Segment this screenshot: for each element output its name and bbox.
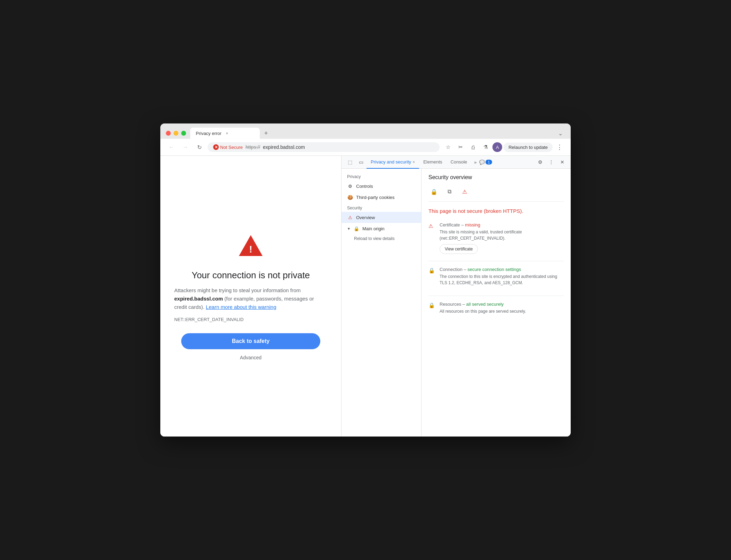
traffic-lights <box>166 131 186 136</box>
more-tabs-button[interactable]: » <box>471 160 479 165</box>
tab-console[interactable]: Console <box>447 156 472 169</box>
print-icon[interactable]: ⎙ <box>467 142 479 153</box>
profile-avatar[interactable]: A <box>492 142 502 152</box>
resources-status: all served securely <box>466 302 504 307</box>
maximize-traffic-light[interactable] <box>181 131 186 136</box>
overview-menu-item[interactable]: ⚠ Overview <box>342 212 421 223</box>
new-tab-button[interactable]: + <box>261 128 271 138</box>
external-link-icon-btn[interactable]: ⧉ <box>444 186 455 197</box>
privacy-section-heading: Privacy <box>342 171 421 181</box>
resources-item: 🔒 Resources – all served securely All re… <box>428 302 564 317</box>
third-party-cookies-menu-item[interactable]: 🍪 Third-party cookies <box>342 192 421 203</box>
certificate-body: Certificate – missing This site is missi… <box>440 222 564 254</box>
close-traffic-light[interactable] <box>166 131 171 136</box>
tab-privacy-security[interactable]: Privacy and security × <box>367 156 419 169</box>
cookies-icon: 🍪 <box>347 194 353 200</box>
toolbar: ← → ↻ ✕ Not Secure https:// expired.bads… <box>160 139 571 156</box>
connection-status: secure connection settings <box>467 267 521 272</box>
error-icon: ! <box>237 232 265 262</box>
resources-title: Resources – all served securely <box>440 302 564 307</box>
warning-icon-btn[interactable]: ⚠ <box>459 186 470 197</box>
divider-1 <box>428 261 564 261</box>
svg-text:!: ! <box>249 244 252 255</box>
connection-description: The connection to this site is encrypted… <box>440 273 564 286</box>
devtools-close-icon[interactable]: ✕ <box>557 157 568 168</box>
devtools-settings-icon[interactable]: ⚙ <box>535 157 546 168</box>
advanced-button[interactable]: Advanced <box>240 355 262 360</box>
main-content: ! Your connection is not private Attacke… <box>160 156 571 437</box>
expand-arrow-icon: ▼ <box>347 227 351 231</box>
security-section-heading: Security <box>342 203 421 212</box>
tab-elements[interactable]: Elements <box>419 156 446 169</box>
browser-window: Privacy error × + ⌄ ← → ↻ ✕ Not Secure h… <box>160 123 571 437</box>
error-page: ! Your connection is not private Attacke… <box>160 156 341 437</box>
divider-2 <box>428 296 564 296</box>
cert-warning-icon: ⚠ <box>428 223 435 230</box>
resources-body: Resources – all served securely All reso… <box>440 302 564 317</box>
error-domain: expired.badssl.com <box>174 296 223 302</box>
devtools-inspect-icon[interactable]: ⬚ <box>344 157 355 168</box>
security-icon-row: 🔒 ⧉ ⚠ <box>428 186 564 202</box>
back-to-safety-button[interactable]: Back to safety <box>181 333 320 349</box>
tab-close-button[interactable]: × <box>224 130 230 136</box>
security-warning-text: This page is not secure (broken HTTPS). <box>428 207 564 215</box>
refresh-button[interactable]: ↻ <box>194 142 205 153</box>
security-overview-title: Security overview <box>428 174 564 181</box>
connection-item: 🔒 Connection – secure connection setting… <box>428 267 564 289</box>
certificate-item: ⚠ Certificate – missing This site is mis… <box>428 222 564 254</box>
comments-tab[interactable]: 💬 1 <box>479 160 492 165</box>
security-overview-panel: Security overview 🔒 ⧉ ⚠ This page is not… <box>421 169 571 437</box>
connection-lock-icon: 🔒 <box>428 267 435 274</box>
reload-details-item: Reload to view details <box>342 234 421 243</box>
flask-icon[interactable]: ⚗ <box>480 142 491 153</box>
url-domain: expired.badssl.com <box>263 144 305 150</box>
error-heading: Your connection is not private <box>192 270 310 281</box>
view-certificate-button[interactable]: View certificate <box>440 244 478 254</box>
not-secure-icon: ✕ <box>213 144 219 150</box>
back-button[interactable]: ← <box>166 142 177 153</box>
forward-button[interactable]: → <box>180 142 191 153</box>
connection-body: Connection – secure connection settings … <box>440 267 564 289</box>
error-desc-1: Attackers might be trying to steal your … <box>174 287 300 293</box>
url-prefix: https:// <box>246 144 260 150</box>
bookmark-icon[interactable]: ☆ <box>442 142 453 153</box>
scissors-icon[interactable]: ✂ <box>455 142 466 153</box>
error-description: Attackers might be trying to steal your … <box>174 286 327 311</box>
origin-lock-icon: 🔒 <box>353 225 360 232</box>
tab-title: Privacy error <box>196 131 222 136</box>
resources-lock-icon: 🔒 <box>428 302 435 309</box>
toolbar-icons: ☆ ✂ ⎙ ⚗ A Relaunch to update ⋮ <box>442 142 565 153</box>
cert-status: missing <box>465 222 480 227</box>
browser-menu-button[interactable]: ⋮ <box>554 142 565 153</box>
lock-icon-btn[interactable]: 🔒 <box>428 186 440 197</box>
address-bar[interactable]: ✕ Not Secure https:// expired.badssl.com <box>208 142 440 152</box>
cert-description: This site is missing a valid, trusted ce… <box>440 229 564 241</box>
connection-title: Connection – secure connection settings <box>440 267 564 272</box>
relaunch-button[interactable]: Relaunch to update <box>504 143 553 152</box>
devtools-mobile-icon[interactable]: ▭ <box>355 157 367 168</box>
not-secure-label: Not Secure <box>220 145 243 150</box>
not-secure-badge: ✕ Not Secure <box>213 144 243 150</box>
controls-menu-item[interactable]: ⚙ Controls <box>342 181 421 192</box>
overview-warning-icon: ⚠ <box>347 214 353 221</box>
warning-triangle-icon: ! <box>237 232 265 260</box>
devtools-tabs: ⬚ ▭ Privacy and security × Elements Cons… <box>342 156 571 169</box>
learn-more-link[interactable]: Learn more about this warning <box>206 304 276 310</box>
main-origin-menu-item[interactable]: ▼ 🔒 Main origin <box>342 223 421 234</box>
tab-bar: Privacy error × + ⌄ <box>190 128 565 139</box>
devtools-sidebar: Privacy ⚙ Controls 🍪 Third-party cookies… <box>342 169 421 437</box>
resources-description: All resources on this page are served se… <box>440 308 564 314</box>
title-bar: Privacy error × + ⌄ <box>160 123 571 139</box>
certificate-title: Certificate – missing <box>440 222 564 227</box>
devtools-more-icon[interactable]: ⋮ <box>546 157 557 168</box>
controls-icon: ⚙ <box>347 183 353 189</box>
devtools-body: Privacy ⚙ Controls 🍪 Third-party cookies… <box>342 169 571 437</box>
minimize-traffic-light[interactable] <box>174 131 178 136</box>
error-code: NET::ERR_CERT_DATE_INVALID <box>174 317 243 322</box>
active-tab[interactable]: Privacy error × <box>190 128 260 139</box>
tab-menu-button[interactable]: ⌄ <box>555 128 565 138</box>
tab-privacy-security-close[interactable]: × <box>412 160 415 165</box>
devtools-panel: ⬚ ▭ Privacy and security × Elements Cons… <box>341 156 571 437</box>
